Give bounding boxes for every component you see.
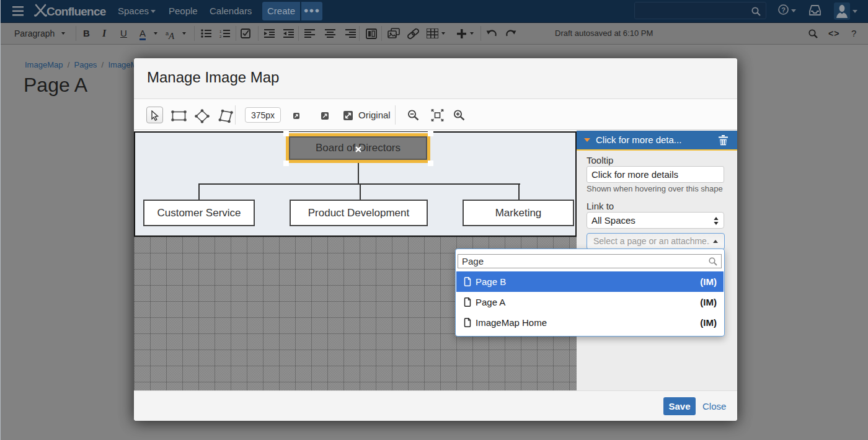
svg-text:2: 2 <box>219 35 222 38</box>
svg-text:1: 1 <box>219 30 222 33</box>
svg-text:?: ? <box>781 6 786 14</box>
